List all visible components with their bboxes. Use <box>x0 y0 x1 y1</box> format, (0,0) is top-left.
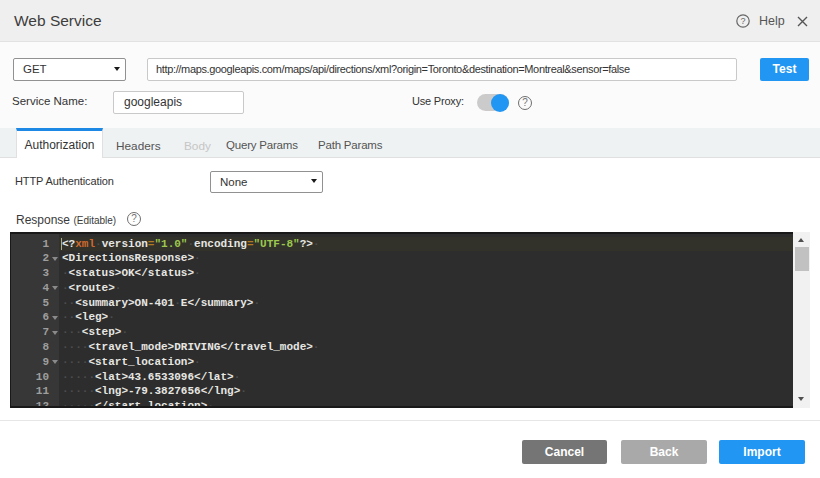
svg-text:?: ? <box>740 16 745 26</box>
